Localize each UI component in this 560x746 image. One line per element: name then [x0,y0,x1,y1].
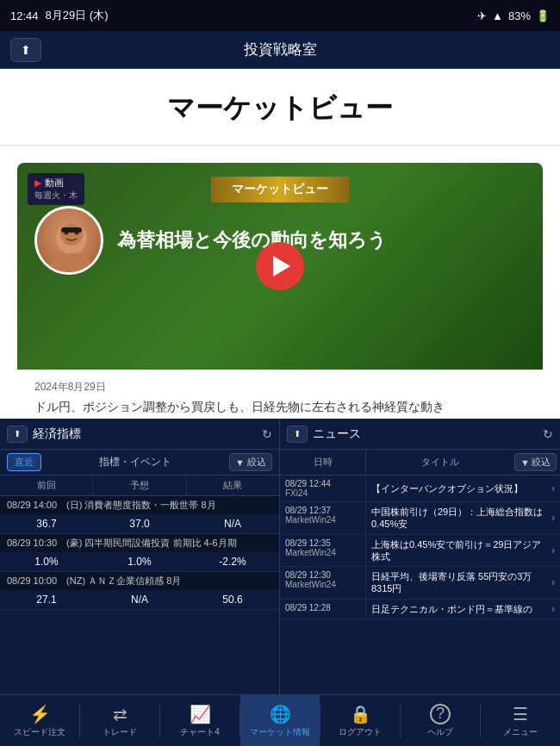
nav-market-info[interactable]: 🌐 マーケット情報 [240,695,320,746]
indicator-event-label: 指標・イベント [41,455,229,469]
page-title: マーケットビュー [17,90,543,127]
nav-trade[interactable]: ⇄ トレード [80,695,159,746]
nav-chart4[interactable]: 📈 チャート4 [160,695,240,746]
trade-icon: ⇄ [113,704,128,724]
filter-icon: ▼ [520,457,530,468]
header: ⬆ 投資戦略室 [0,31,560,69]
econ-row-title: 08/29 10:00 (NZ) ＡＮＺ企業信頼感 8月 [0,572,279,590]
news-row[interactable]: 08/29 12:28 日足テクニカル・ポンド円＝基準線の › [280,600,560,619]
wifi-icon: ▲ [492,9,503,22]
news-panel-title: ニュース [313,426,361,442]
col-prev: 前回 [0,476,93,495]
econ-forecast-val: 1.0% [93,554,186,569]
video-badge: ▶ 動画 毎週火・木 [28,173,84,205]
news-sub-header: 日時 タイトル ▼ 絞込 [280,450,560,476]
news-row[interactable]: 08/29 12:44 FXi24 【インターバンクオプション状況】 › [280,476,560,502]
status-time: 12:44 [10,9,39,22]
news-col-date-header: 日時 [280,452,366,472]
col-forecast: 予想 [93,476,186,495]
econ-result-val: N/A [186,516,279,532]
share-icon: ⬆ [21,43,31,57]
news-row[interactable]: 08/29 12:37 MarketWin24 中国株前引け（29日）：上海総合… [280,502,560,535]
video-thumbnail[interactable]: ▶ 動画 毎週火・木 マーケットビュー [17,163,543,370]
econ-result-val: 50.6 [186,592,279,607]
econ-prev-val: 36.7 [0,516,93,532]
econ-row-title: 08/29 14:00 (日) 消費者態度指数・一般世帯 8月 [0,496,279,514]
econ-row-values: 36.7 37.0 N/A [0,514,279,533]
news-title[interactable]: 【インターバンクオプション状況】 › [366,476,560,501]
nav-logout[interactable]: 🔒 ログアウト [320,695,400,746]
bottom-panel: ⬆ 経済指標 ↻ 直近 指標・イベント ▼ 絞込 前回 予想 結果 08/29 … [0,419,560,694]
page-title-section: マーケットビュー [0,69,560,146]
video-date: 2024年8月29日 [34,380,526,395]
news-title[interactable]: 日足テクニカル・ポンド円＝基準線の › [366,600,560,619]
news-date: 08/29 12:28 [280,600,366,619]
header-share-button[interactable]: ⬆ [10,38,41,62]
header-title: 投資戦略室 [244,40,317,59]
econ-narrow-button[interactable]: ▼ 絞込 [229,453,272,471]
econ-row[interactable]: 08/29 10:30 (豪) 四半期民間設備投資 前期比 4-6月期 1.0%… [0,534,279,572]
status-bar: 12:44 8月29日 (木) ✈ ▲ 83% 🔋 [0,0,560,31]
news-row[interactable]: 08/29 12:35 MarketWin24 上海株は0.45%安で前引け＝2… [280,535,560,568]
battery-status: 83% [508,9,531,22]
econ-prev-val: 1.0% [0,554,93,569]
battery-icon: 🔋 [536,9,550,22]
chart-icon: 📈 [190,704,211,724]
econ-forecast-val: 37.0 [93,516,186,532]
nav-speed-order[interactable]: ⚡ スピード注文 [0,695,79,746]
signal-icon: ✈ [477,9,487,22]
chevron-right-icon: › [551,482,555,494]
econ-row[interactable]: 08/29 10:00 (NZ) ＡＮＺ企業信頼感 8月 27.1 N/A 50… [0,572,279,610]
econ-row-values: 1.0% 1.0% -2.2% [0,552,279,571]
econ-column-headers: 前回 予想 結果 [0,476,279,496]
econ-data-rows: 08/29 14:00 (日) 消費者態度指数・一般世帯 8月 36.7 37.… [0,496,279,694]
status-date: 8月29日 (木) [46,8,109,23]
nav-help[interactable]: ? ヘルプ [401,695,480,746]
news-refresh-icon[interactable]: ↻ [543,427,553,441]
speed-order-icon: ⚡ [29,704,51,724]
economic-indicators-panel: ⬆ 経済指標 ↻ 直近 指標・イベント ▼ 絞込 前回 予想 結果 08/29 … [0,419,280,694]
econ-row-values: 27.1 N/A 50.6 [0,590,279,609]
news-narrow-button[interactable]: ▼ 絞込 [514,453,557,471]
svg-point-1 [60,223,83,246]
market-view-banner: マーケットビュー [211,177,349,202]
avatar [34,206,103,275]
news-title[interactable]: 中国株前引け（29日）：上海総合指数は 0.45%安 › [366,502,560,534]
econ-panel-header: ⬆ 経済指標 ↻ [0,419,279,450]
news-data-rows: 08/29 12:44 FXi24 【インターバンクオプション状況】 › 08/… [280,476,560,694]
col-result: 結果 [187,476,279,495]
news-row[interactable]: 08/29 12:30 MarketWin24 日経平均、後場寄り反落 55円安… [280,567,560,600]
logout-icon: 🔒 [350,704,371,724]
filter-icon: ▼ [235,457,245,468]
recent-button[interactable]: 直近 [7,453,41,471]
econ-result-val: -2.2% [186,554,279,569]
news-date: 08/29 12:44 FXi24 [280,476,366,501]
chevron-right-icon: › [551,544,555,556]
news-date: 08/29 12:35 MarketWin24 [280,535,366,567]
video-card[interactable]: ▶ 動画 毎週火・木 マーケットビュー [17,163,543,455]
econ-row[interactable]: 08/29 14:00 (日) 消費者態度指数・一般世帯 8月 36.7 37.… [0,496,279,534]
econ-forecast-val: N/A [93,592,186,607]
play-triangle-icon [273,256,290,277]
econ-share-button[interactable]: ⬆ [7,426,28,443]
help-icon: ? [430,704,451,724]
econ-prev-val: 27.1 [0,592,93,607]
news-title[interactable]: 上海株は0.45%安で前引け＝29日アジア株式 › [366,535,560,567]
news-share-button[interactable]: ⬆ [287,426,308,443]
svg-point-2 [50,253,93,275]
video-title: 為替相場と今後の動向を知ろう [117,227,387,254]
chevron-right-icon: › [551,576,555,588]
econ-refresh-icon[interactable]: ↻ [262,427,272,441]
news-date: 08/29 12:37 MarketWin24 [280,502,366,534]
news-col-title-header: タイトル [366,452,514,472]
news-date: 08/29 12:30 MarketWin24 [280,567,366,599]
chevron-right-icon: › [551,603,555,615]
econ-row-title: 08/29 10:30 (豪) 四半期民間設備投資 前期比 4-6月期 [0,534,279,552]
menu-icon: ☰ [513,704,528,724]
chevron-right-icon: › [551,512,555,524]
nav-menu[interactable]: ☰ メニュー [481,695,560,746]
econ-sub-header: 直近 指標・イベント ▼ 絞込 [0,450,279,476]
news-title[interactable]: 日経平均、後場寄り反落 55円安の3万8315円 › [366,567,560,599]
play-button[interactable] [256,242,304,290]
video-description: ドル円、ポジション調整から買戻しも、日経先物に左右される神経質な動き [34,400,526,415]
